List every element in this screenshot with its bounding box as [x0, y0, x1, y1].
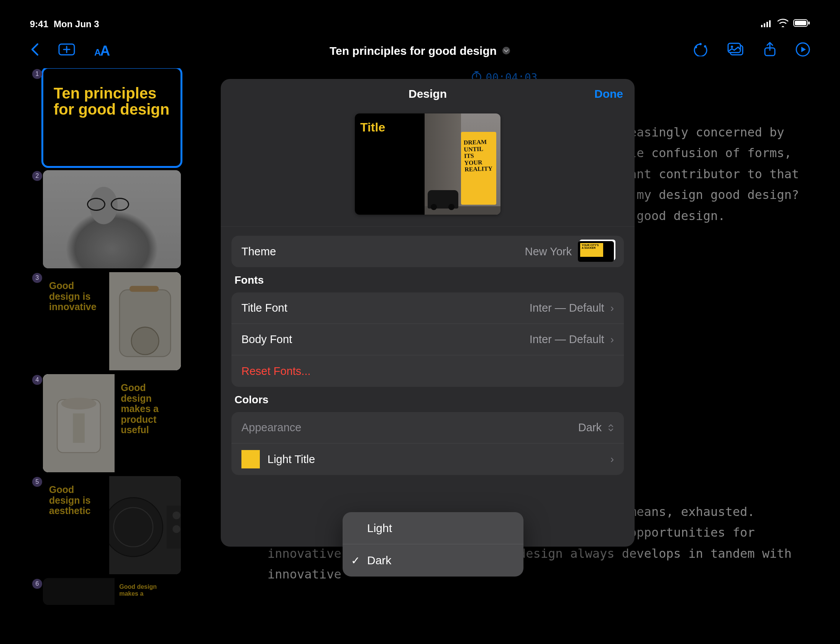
- cell-label: Appearance: [241, 421, 301, 434]
- chevron-right-icon: ›: [610, 453, 614, 465]
- svg-rect-0: [761, 25, 763, 27]
- svg-point-19: [131, 327, 159, 355]
- appearance-dropdown: Light ✓ Dark: [343, 512, 523, 577]
- svg-point-30: [172, 525, 180, 533]
- colors-header: Colors: [231, 387, 624, 412]
- slide-thumb-1[interactable]: 1 Ten principles for good design: [26, 68, 183, 166]
- back-button[interactable]: [30, 43, 39, 60]
- svg-point-8: [502, 47, 510, 54]
- design-panel: Design Done Title DREAM UNTIL ITS YOUR R…: [221, 79, 635, 547]
- battery-icon: [793, 19, 810, 30]
- title-font-value: Inter — Default: [530, 302, 604, 314]
- slide-number: 1: [32, 69, 42, 79]
- dropdown-option-dark[interactable]: ✓ Dark: [343, 544, 523, 577]
- color-swatch: [241, 450, 260, 468]
- slide-navigator[interactable]: 1 Ten principles for good design 2 3 Goo…: [15, 68, 183, 629]
- media-button[interactable]: [727, 43, 744, 60]
- svg-point-14: [731, 46, 733, 48]
- body-font-value: Inter — Default: [530, 333, 604, 346]
- svg-point-10: [704, 45, 706, 48]
- cell-label: Body Font: [241, 333, 292, 346]
- slide-thumb-3[interactable]: 3 Good design is innovative: [26, 272, 183, 370]
- svg-rect-24: [73, 413, 85, 443]
- theme-cell[interactable]: Theme New York YOUR CITY'S A SUCKER: [231, 236, 624, 267]
- status-date: Mon Jun 3: [54, 19, 99, 30]
- theme-thumbnail: YOUR CITY'S A SUCKER: [578, 241, 614, 262]
- slide-thumb-2[interactable]: 2: [26, 170, 183, 268]
- cell-label: Title Font: [241, 302, 287, 314]
- slide-title-text: Ten principles for good design: [43, 68, 181, 134]
- status-bar: 9:41 Mon Jun 3: [15, 15, 825, 34]
- theme-value: New York: [525, 245, 572, 258]
- reset-fonts-cell[interactable]: Reset Fonts...: [231, 355, 624, 387]
- share-button[interactable]: [763, 42, 776, 61]
- svg-point-29: [172, 511, 180, 519]
- dropdown-option-light[interactable]: Light: [343, 512, 523, 544]
- status-time: 9:41: [30, 19, 48, 30]
- design-preview: Title DREAM UNTIL ITS YOUR REALITY: [221, 109, 635, 227]
- svg-rect-6: [808, 21, 810, 25]
- svg-rect-2: [766, 22, 768, 27]
- chevron-right-icon: ›: [610, 302, 614, 314]
- signal-icon: [761, 19, 773, 30]
- svg-point-26: [109, 498, 163, 557]
- document-title[interactable]: Ten principles for good design: [330, 44, 510, 58]
- document-title-text: Ten principles for good design: [330, 44, 497, 58]
- cell-label: Reset Fonts...: [241, 365, 311, 378]
- chevron-right-icon: ›: [610, 334, 614, 346]
- svg-point-23: [61, 398, 97, 409]
- option-label: Light: [367, 522, 392, 535]
- cell-label: Light Title: [267, 453, 315, 466]
- slide-number: 6: [32, 579, 42, 589]
- slide-thumb-5[interactable]: 5 Good design is aesthetic: [26, 476, 183, 574]
- svg-rect-20: [129, 286, 159, 292]
- updown-icon: [608, 424, 614, 432]
- fonts-header: Fonts: [231, 267, 624, 292]
- slide-thumb-4[interactable]: 4 Good design makes a product useful: [26, 374, 183, 472]
- svg-point-9: [699, 43, 702, 45]
- slide-number: 4: [32, 375, 42, 385]
- slide-number: 5: [32, 477, 42, 487]
- svg-rect-1: [764, 23, 765, 27]
- svg-rect-3: [769, 20, 771, 27]
- text-button[interactable]: AA: [94, 43, 109, 59]
- panel-title: Design: [409, 87, 447, 100]
- preview-title-text: Title: [360, 120, 419, 135]
- play-button[interactable]: [796, 42, 810, 60]
- light-title-cell[interactable]: Light Title ›: [231, 444, 624, 475]
- svg-rect-5: [795, 21, 806, 25]
- slide-title-text: Good design makes a product useful: [115, 374, 181, 472]
- chevron-down-icon: [502, 44, 510, 58]
- slide-title-text: Good design is innovative: [43, 272, 109, 370]
- checkmark-icon: ✓: [351, 554, 360, 567]
- graffiti-text: DREAM UNTIL ITS YOUR REALITY: [464, 138, 494, 173]
- add-slide-button[interactable]: [58, 43, 75, 60]
- body-font-cell[interactable]: Body Font Inter — Default ›: [231, 324, 624, 355]
- option-label: Dark: [367, 554, 391, 567]
- appearance-cell[interactable]: Appearance Dark: [231, 412, 624, 444]
- appearance-value: Dark: [578, 421, 602, 434]
- done-button[interactable]: Done: [594, 87, 623, 100]
- slide-number: 3: [32, 273, 42, 283]
- design-button[interactable]: [693, 43, 708, 60]
- slide-thumb-6[interactable]: 6 Good design makes a: [26, 578, 183, 605]
- slide-title-text: Good design is aesthetic: [43, 476, 109, 574]
- toolbar: AA Ten principles for good design: [15, 34, 825, 68]
- svg-point-11: [695, 46, 697, 48]
- wifi-icon: [777, 19, 789, 30]
- slide-number: 2: [32, 171, 42, 181]
- cell-label: Theme: [241, 245, 276, 258]
- slide-title-text: Good design makes a: [115, 578, 181, 605]
- title-font-cell[interactable]: Title Font Inter — Default ›: [231, 292, 624, 324]
